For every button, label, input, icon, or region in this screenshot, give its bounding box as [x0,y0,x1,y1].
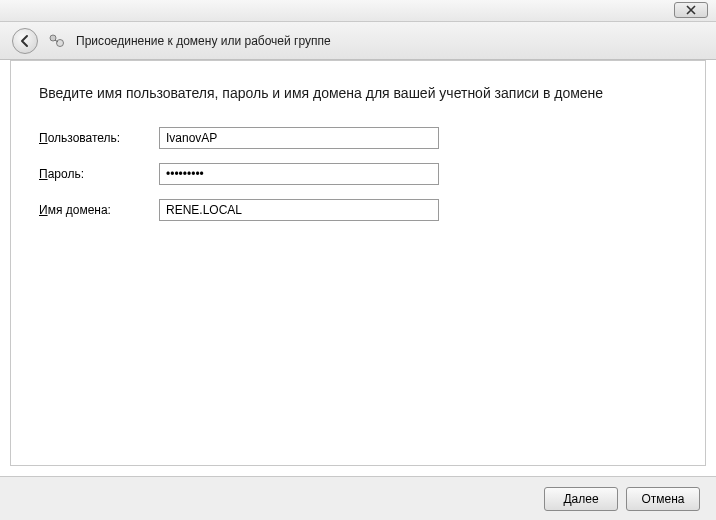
content-panel: Введите имя пользователя, пароль и имя д… [10,60,706,466]
username-row: Пользователь: [39,127,677,149]
cancel-button[interactable]: Отмена [626,487,700,511]
username-label: Пользователь: [39,131,159,145]
titlebar [0,0,716,22]
back-button[interactable] [12,28,38,54]
username-input[interactable] [159,127,439,149]
wizard-header: Присоединение к домену или рабочей групп… [0,22,716,60]
domain-input[interactable] [159,199,439,221]
svg-point-1 [57,39,64,46]
close-button[interactable] [674,2,708,18]
back-arrow-icon [18,34,32,48]
domain-label: Имя домена: [39,203,159,217]
password-label: Пароль: [39,167,159,181]
domain-row: Имя домена: [39,199,677,221]
password-row: Пароль: [39,163,677,185]
wizard-title: Присоединение к домену или рабочей групп… [76,34,331,48]
footer: Далее Отмена [0,476,716,520]
close-icon [686,5,696,15]
next-button[interactable]: Далее [544,487,618,511]
network-icon [48,32,66,50]
password-input[interactable] [159,163,439,185]
page-heading: Введите имя пользователя, пароль и имя д… [39,85,677,101]
